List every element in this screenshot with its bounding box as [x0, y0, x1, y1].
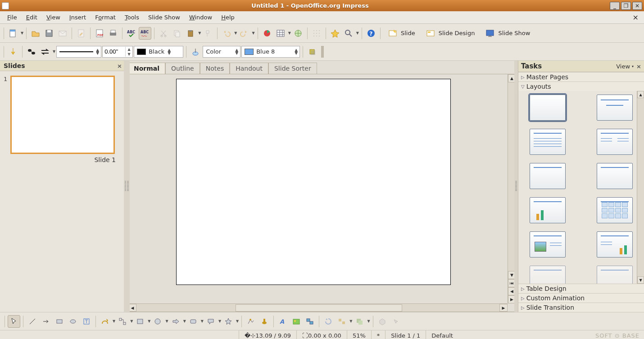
menu-format[interactable]: Format — [91, 13, 120, 22]
tab-notes[interactable]: Notes — [200, 63, 230, 74]
layout-title-content[interactable] — [530, 129, 566, 155]
menu-tools[interactable]: Tools — [120, 13, 144, 22]
menu-help[interactable]: Help — [217, 13, 239, 22]
chart-button[interactable] — [261, 27, 273, 40]
undo-dropdown-icon[interactable]: ▼ — [234, 31, 237, 35]
layout-more-1[interactable] — [530, 266, 566, 284]
gallery-tool[interactable] — [304, 315, 316, 328]
layout-title-text-chart[interactable] — [597, 231, 633, 258]
slide-show-button[interactable]: Slide Show — [481, 27, 535, 40]
layout-two-content[interactable] — [597, 129, 633, 155]
horizontal-scrollbar[interactable]: ◀ ▶ — [128, 303, 508, 312]
rotate-tool[interactable] — [322, 315, 335, 328]
auto-spellcheck-button[interactable]: ABC — [139, 27, 151, 40]
line-width-input[interactable]: ▲▼ — [102, 46, 133, 58]
spellcheck-button[interactable]: ABC — [125, 27, 138, 40]
email-button[interactable] — [56, 27, 69, 40]
help-button[interactable]: ? — [365, 27, 377, 40]
menu-file[interactable]: File — [3, 13, 22, 22]
arrow-style-button[interactable] — [7, 45, 19, 58]
layout-title-chart[interactable] — [530, 197, 566, 223]
basic-shapes-tool[interactable] — [134, 315, 146, 328]
line-endings-button[interactable] — [25, 45, 38, 58]
format-paintbrush-button[interactable] — [202, 27, 214, 40]
fill-color-select[interactable]: Blue 8 ▲▼ — [241, 46, 300, 58]
menu-slideshow[interactable]: Slide Show — [144, 13, 185, 22]
close-window-button[interactable]: ✕ — [632, 2, 642, 10]
save-button[interactable] — [43, 27, 55, 40]
slide-canvas[interactable] — [176, 79, 451, 285]
menu-edit[interactable]: Edit — [22, 13, 42, 22]
grid-button[interactable] — [310, 27, 323, 40]
block-arrows-tool[interactable] — [169, 315, 182, 328]
cut-button[interactable] — [157, 27, 170, 40]
tab-slide-sorter[interactable]: Slide Sorter — [268, 63, 317, 74]
symbol-shapes-tool[interactable] — [151, 315, 164, 328]
menu-insert[interactable]: Insert — [65, 13, 91, 22]
new-dropdown-icon[interactable]: ▼ — [21, 31, 23, 35]
arrange-tool[interactable] — [353, 315, 366, 328]
print-button[interactable] — [107, 27, 119, 40]
fill-type-select[interactable]: Color ▲▼ — [203, 46, 240, 58]
section-table-design[interactable]: ▷Table Design — [518, 284, 644, 293]
section-layouts[interactable]: ▽Layouts — [518, 81, 644, 91]
left-pane-grip[interactable] — [126, 61, 130, 312]
slide-button[interactable]: Slide — [383, 27, 420, 40]
curve-tool[interactable] — [99, 315, 111, 328]
slides-panel-close-icon[interactable]: × — [117, 63, 122, 69]
rectangle-tool[interactable] — [53, 315, 66, 328]
fontwork-tool[interactable]: A — [277, 315, 289, 328]
slide-thumbnail-1[interactable] — [10, 76, 115, 154]
layout-title-clip[interactable] — [530, 231, 566, 258]
line-tool[interactable] — [26, 315, 39, 328]
arrows-dropdown-icon[interactable]: ▼ — [53, 50, 55, 54]
open-button[interactable] — [29, 27, 42, 40]
points-tool[interactable] — [245, 315, 257, 328]
maximize-button[interactable]: ❐ — [621, 2, 631, 10]
menu-window[interactable]: Window — [185, 13, 217, 22]
ellipse-tool[interactable] — [67, 315, 79, 328]
layout-title-only[interactable] — [530, 163, 566, 189]
shadow-button[interactable] — [306, 45, 318, 58]
tab-outline[interactable]: Outline — [165, 63, 200, 74]
callouts-tool[interactable] — [204, 315, 217, 328]
export-pdf-button[interactable]: PDF — [93, 27, 106, 40]
section-master-pages[interactable]: ▷Master Pages — [518, 72, 644, 81]
zoom-dropdown-icon[interactable]: ▼ — [356, 31, 359, 35]
edit-file-button[interactable] — [75, 27, 87, 40]
layout-title-only-2[interactable] — [597, 163, 633, 189]
glue-points-tool[interactable] — [258, 315, 271, 328]
layout-title-table[interactable] — [597, 197, 633, 223]
area-button[interactable] — [189, 45, 202, 58]
menu-view[interactable]: View — [42, 13, 65, 22]
document-close-button[interactable]: × — [630, 12, 641, 23]
redo-button[interactable] — [238, 27, 250, 40]
line-color-select[interactable]: Black ▲▼ — [134, 46, 183, 58]
layout-title[interactable] — [597, 95, 633, 121]
right-pane-grip[interactable] — [514, 61, 518, 312]
extrusion-tool[interactable] — [376, 315, 389, 328]
tab-handout[interactable]: Handout — [230, 63, 268, 74]
select-tool[interactable] — [8, 315, 20, 328]
toolbar-grip[interactable] — [321, 46, 324, 58]
hyperlink-button[interactable] — [292, 27, 304, 40]
section-custom-animation[interactable]: ▷Custom Animation — [518, 293, 644, 303]
tab-normal[interactable]: Normal — [128, 63, 165, 74]
paste-button[interactable] — [184, 27, 197, 40]
stars-tool[interactable] — [222, 315, 235, 328]
align-tool[interactable] — [336, 315, 348, 328]
line-width-value[interactable] — [103, 47, 125, 57]
redo-dropdown-icon[interactable]: ▼ — [252, 31, 254, 35]
line-style-select[interactable]: ▲▼ — [56, 46, 101, 58]
layouts-scrollbar[interactable]: ▲ ▼ — [637, 91, 644, 284]
text-tool[interactable]: T — [80, 315, 93, 328]
undo-button[interactable] — [220, 27, 233, 40]
navigator-button[interactable] — [329, 27, 341, 40]
tasks-panel-close-icon[interactable]: × — [636, 63, 641, 70]
copy-button[interactable] — [171, 27, 183, 40]
new-button[interactable] — [7, 27, 19, 40]
from-file-tool[interactable] — [290, 315, 303, 328]
flowchart-tool[interactable] — [187, 315, 200, 328]
arrows-swap-button[interactable] — [39, 45, 51, 58]
connector-tool[interactable] — [116, 315, 129, 328]
